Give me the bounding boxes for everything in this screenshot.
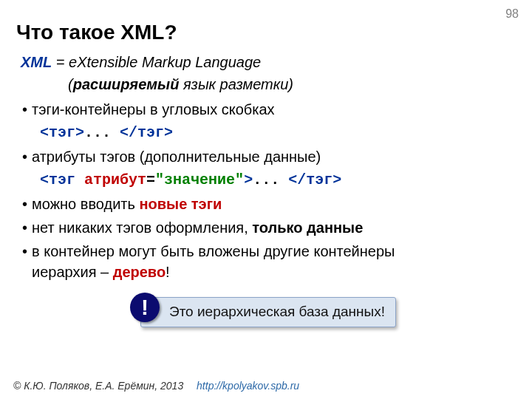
bullet-2: • атрибуты тэгов (дополнительные данные)	[21, 146, 516, 167]
definition-line1: XML = eXtensible Markup Language	[21, 52, 516, 72]
c1-gt: >	[75, 124, 84, 141]
c2-clt: </	[288, 171, 306, 188]
callout-row: ! Это иерархическая база данных!	[21, 297, 516, 327]
bullet-3: • можно вводить новые тэги	[21, 194, 516, 214]
slide-content: XML = eXtensible Markup Language (расшир…	[21, 52, 516, 327]
c2-gt: >	[244, 171, 253, 188]
bullet-4-bold: только данные	[252, 219, 363, 236]
bullet-1-text: тэги-контейнеры в угловых скобках	[32, 99, 516, 120]
exclamation-icon: !	[130, 293, 160, 322]
c2-mid: ...	[253, 171, 288, 188]
c2-q1: "	[155, 171, 164, 188]
c2-open-tag: тэг	[49, 171, 75, 188]
c1-mid: ...	[84, 124, 120, 141]
def-sub-bold: расширяемый	[73, 76, 180, 92]
c2-val: значение	[164, 171, 235, 188]
callout: ! Это иерархическая база данных!	[140, 297, 396, 327]
c2-cgt: >	[332, 171, 341, 188]
footer-url: http://kpolyakov.spb.ru	[197, 380, 299, 392]
bullet-1: • тэги-контейнеры в угловых скобках	[21, 99, 516, 120]
bullet-5-l2c: !	[166, 264, 170, 280]
page-number: 98	[505, 7, 519, 21]
def-expansion: eXtensible Markup Language	[69, 54, 261, 70]
c2-eq: =	[146, 171, 155, 188]
c1-clt: </	[120, 124, 137, 141]
c1-close-tag: тэг	[137, 124, 164, 141]
bullet-3-pre: можно вводить	[32, 196, 139, 212]
callout-text: Это иерархическая база данных!	[140, 297, 396, 327]
bullet-5-l1: в контейнер могут быть вложены другие ко…	[32, 243, 395, 259]
code-sample-1: <тэг>... </тэг>	[40, 123, 516, 143]
bullet-4-text: нет никаких тэгов оформления, только дан…	[32, 217, 516, 238]
bullet-5-l2b: дерево	[113, 264, 166, 280]
bullet-3-red: новые тэги	[139, 196, 222, 212]
footer-copyright: © К.Ю. Поляков, Е.А. Ерёмин, 2013	[13, 380, 183, 392]
def-sub-rest: язык разметки)	[179, 76, 293, 92]
code-sample-2: <тэг атрибут="значение">... </тэг>	[40, 170, 516, 191]
c1-cgt: >	[164, 124, 173, 141]
def-eq: =	[52, 54, 69, 70]
bullet-4: • нет никаких тэгов оформления, только д…	[21, 217, 516, 238]
bullet-2-text: атрибуты тэгов (дополнительные данные)	[32, 146, 516, 167]
bullet-dot-icon: •	[22, 194, 27, 214]
bullet-5-l2a: иерархия –	[32, 264, 113, 280]
c1-lt: <	[40, 124, 49, 141]
bullet-3-text: можно вводить новые тэги	[32, 194, 516, 214]
definition-line2: (расширяемый язык разметки)	[68, 74, 516, 95]
bullet-dot-icon: •	[22, 146, 27, 167]
def-sub-open: (	[68, 76, 73, 92]
bullet-5-text: в контейнер могут быть вложены другие ко…	[32, 241, 516, 282]
bullet-dot-icon: •	[22, 99, 27, 120]
bullet-4-pre: нет никаких тэгов оформления,	[32, 219, 252, 236]
bullet-dot-icon: •	[22, 217, 27, 238]
bullet-dot-icon: •	[22, 241, 27, 262]
c2-lt: <	[40, 171, 49, 188]
slide-title: Что такое XML?	[16, 21, 532, 44]
c2-close-tag: тэг	[306, 171, 332, 188]
c1-open-tag: тэг	[49, 124, 75, 141]
xml-abbr: XML	[21, 54, 52, 70]
c2-sp	[75, 171, 84, 188]
c2-attr: атрибут	[84, 171, 146, 188]
c2-q2: "	[235, 171, 244, 188]
footer: © К.Ю. Поляков, Е.А. Ерёмин, 2013 http:/…	[13, 380, 299, 392]
bullet-5: • в контейнер могут быть вложены другие …	[21, 241, 516, 282]
